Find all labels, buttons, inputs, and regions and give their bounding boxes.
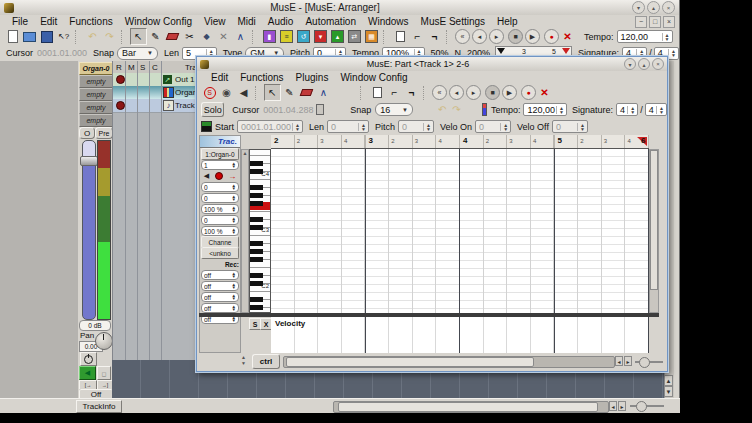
- trackinfo-tab[interactable]: TrackInfo: [76, 400, 122, 413]
- pianoroll-vertical-scrollbar[interactable]: [649, 149, 659, 313]
- bank-l-spinbox[interactable]: 0▲▼: [201, 193, 239, 203]
- cliplist-window-icon[interactable]: ▾: [312, 28, 329, 45]
- scroll-down-icon[interactable]: ▼: [664, 386, 673, 397]
- tempo-spinbox[interactable]: 120,00 ▲▼: [617, 30, 673, 43]
- pan-knob[interactable]: [95, 332, 113, 350]
- minimize-button[interactable]: ▾: [632, 1, 645, 14]
- send-arrow-icon[interactable]: →: [228, 172, 236, 181]
- mixer-empty-slot[interactable]: empty: [79, 75, 113, 88]
- mute-tool-icon[interactable]: ✕: [215, 28, 232, 45]
- menu-muse-settings[interactable]: MusE Settings: [415, 16, 491, 27]
- black-key[interactable]: [250, 297, 263, 302]
- glue-tool-icon[interactable]: ◆: [198, 28, 215, 45]
- monitor-button[interactable]: ◀: [79, 366, 96, 380]
- menu-file[interactable]: File: [6, 16, 34, 27]
- menu-window-config[interactable]: Window Config: [119, 16, 198, 27]
- pencil-tool-icon[interactable]: ✎: [281, 84, 298, 101]
- punch-out-icon[interactable]: ¬: [403, 84, 420, 101]
- menu-functions[interactable]: Functions: [234, 72, 289, 83]
- mixer-pre-button[interactable]: Pre: [95, 127, 113, 139]
- black-key[interactable]: [250, 193, 263, 198]
- punch-in-icon[interactable]: [369, 84, 386, 101]
- pointer-tool-icon[interactable]: ↖: [264, 84, 281, 101]
- loop-icon[interactable]: ⌐: [409, 28, 426, 45]
- black-key[interactable]: [250, 273, 263, 278]
- horizontal-zoom-slider[interactable]: [630, 405, 664, 407]
- volume-spinbox[interactable]: 100 %▲▼: [201, 204, 239, 214]
- timeline-ruler[interactable]: 22343234423452346: [271, 135, 649, 149]
- signature-num-spinbox[interactable]: 4▲▼: [616, 103, 638, 116]
- scroll-left-icon[interactable]: ◂: [615, 356, 623, 366]
- goto-start-button[interactable]: «: [432, 85, 447, 100]
- fader-handle[interactable]: [80, 156, 98, 166]
- marker-window-icon[interactable]: ≡: [278, 28, 295, 45]
- aux-button[interactable]: ◻: [97, 366, 111, 380]
- scroll-right-icon[interactable]: ▸: [624, 356, 632, 366]
- automation-tool-icon[interactable]: ∧: [232, 28, 249, 45]
- start-spinbox[interactable]: 0001.01.000▲▼: [237, 120, 303, 133]
- mixer-empty-slot[interactable]: empty: [79, 114, 113, 127]
- mixer-o-button[interactable]: O: [79, 127, 95, 139]
- external-sync-icon[interactable]: ✕: [536, 84, 553, 101]
- undo-icon[interactable]: ↶: [435, 101, 449, 118]
- volume-fader[interactable]: [82, 140, 96, 320]
- black-key[interactable]: [250, 185, 263, 190]
- snap-combo[interactable]: 16▼: [375, 103, 413, 116]
- play-button[interactable]: ▶: [502, 85, 517, 100]
- velo-on-spinbox[interactable]: 0▲▼: [475, 120, 511, 133]
- bigtime-window-icon[interactable]: ▴: [329, 28, 346, 45]
- step-record-icon[interactable]: ◉: [218, 84, 235, 101]
- automation-tool-icon[interactable]: ∧: [315, 84, 332, 101]
- bank-h-spinbox[interactable]: 0▲▼: [201, 182, 239, 192]
- len-spinbox[interactable]: 0▲▼: [327, 120, 369, 133]
- rec-spinbox[interactable]: off▲▼: [201, 270, 239, 280]
- black-key[interactable]: [250, 257, 263, 262]
- spin-arrows-icon[interactable]: ▲▼: [662, 33, 672, 41]
- panel-collapse-down-icon[interactable]: ▼: [241, 360, 246, 366]
- record-button[interactable]: ●: [521, 85, 536, 100]
- menu-automation[interactable]: Automation: [299, 16, 362, 27]
- loop-icon[interactable]: ⌐: [386, 84, 403, 101]
- mixer-track-button[interactable]: Organ-0: [79, 62, 113, 75]
- note-canvas[interactable]: [271, 149, 649, 313]
- forward-button[interactable]: ▸: [489, 29, 504, 44]
- menu-plugins[interactable]: Plugins: [290, 72, 335, 83]
- pianoroll-horizontal-scrollbar[interactable]: [283, 356, 615, 368]
- new-song-icon[interactable]: [4, 28, 21, 45]
- maximize-button[interactable]: ▴: [638, 58, 650, 70]
- scroll-right-icon[interactable]: ▸: [618, 401, 626, 411]
- signature-den-spinbox[interactable]: 4▲▼: [645, 103, 667, 116]
- mdi-minimize-button[interactable]: −: [635, 16, 647, 28]
- maximize-button[interactable]: ▴: [647, 1, 660, 14]
- rec-spinbox[interactable]: off▲▼: [201, 292, 239, 302]
- save-song-icon[interactable]: [38, 28, 55, 45]
- midi-thru-icon[interactable]: ◀: [235, 84, 252, 101]
- menu-audio[interactable]: Audio: [262, 16, 300, 27]
- external-sync-icon[interactable]: ✕: [559, 28, 576, 45]
- snap-combo[interactable]: Bar▼: [117, 47, 158, 60]
- menu-edit[interactable]: Edit: [34, 16, 63, 27]
- black-key[interactable]: [250, 201, 263, 206]
- rewind-button[interactable]: ◂: [472, 29, 487, 44]
- menu-help[interactable]: Help: [491, 16, 524, 27]
- record-indicator-icon[interactable]: [116, 101, 125, 110]
- record-button[interactable]: ●: [544, 29, 559, 44]
- menu-edit[interactable]: Edit: [205, 72, 234, 83]
- menu-functions[interactable]: Functions: [63, 16, 118, 27]
- solo-button[interactable]: Solo: [201, 102, 224, 117]
- whats-this-icon[interactable]: ↖?: [55, 28, 72, 45]
- pencil-tool-icon[interactable]: ✎: [147, 28, 164, 45]
- ctrl-button[interactable]: ctrl: [252, 354, 280, 369]
- transport-window-icon[interactable]: ↺: [295, 28, 312, 45]
- menu-window-config[interactable]: Window Config: [334, 72, 413, 83]
- rec-spinbox[interactable]: off▲▼: [201, 281, 239, 291]
- pianoroll-titlebar[interactable]: MusE: Part <Track 1> 2-6 ▾ ▴ ×: [197, 57, 667, 71]
- power-button[interactable]: [80, 352, 97, 366]
- rewind-button[interactable]: ◂: [449, 85, 464, 100]
- panel-scrollbar[interactable]: ▲: [241, 149, 249, 313]
- pointer-tool-icon[interactable]: ↖: [130, 28, 147, 45]
- goto-start-button[interactable]: «: [455, 29, 470, 44]
- pitch-spinbox[interactable]: 0▲▼: [398, 120, 434, 133]
- velocity-lane[interactable]: Velocity: [271, 317, 649, 353]
- mixer-empty-slot[interactable]: empty: [79, 88, 113, 101]
